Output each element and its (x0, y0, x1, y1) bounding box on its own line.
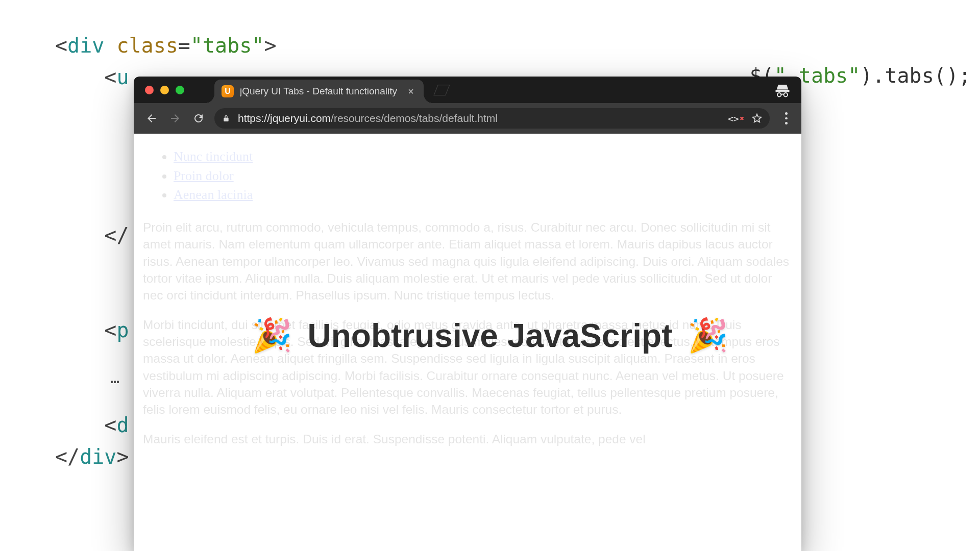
traffic-lights (134, 86, 184, 94)
tab-link[interactable]: Aenean lacinia (174, 187, 253, 202)
favicon: U (222, 85, 234, 97)
tabs-list: Nunc tinciduntProin dolorAenean lacinia (143, 147, 792, 205)
content-paragraph-3: Mauris eleifend est et turpis. Duis id e… (143, 431, 792, 447)
back-button[interactable] (144, 111, 159, 126)
background-ellipsis: … (110, 369, 119, 387)
browser-tab[interactable]: U jQuery UI Tabs - Default functionality… (214, 80, 424, 103)
tab-list-item: Aenean lacinia (174, 185, 792, 205)
browser-menu-button[interactable] (781, 112, 791, 124)
browser-window: U jQuery UI Tabs - Default functionality… (134, 77, 801, 551)
title-bar: U jQuery UI Tabs - Default functionality… (134, 77, 801, 103)
reload-button[interactable] (191, 111, 206, 126)
address-bar[interactable]: https://jqueryui.com/resources/demos/tab… (214, 108, 770, 129)
lock-icon (222, 114, 231, 123)
tab-title: jQuery UI Tabs - Default functionality (240, 86, 399, 97)
url-scheme: https:// (238, 112, 270, 124)
slide-caption: 🎉 Unobtrusive JavaScript 🎉 (252, 316, 729, 355)
tab-list-item: Proin dolor (174, 166, 792, 186)
bookmark-star-icon[interactable] (751, 113, 763, 124)
party-popper-emoji-icon: 🎉 (688, 316, 728, 355)
forward-button[interactable] (167, 111, 183, 126)
tab-list-item: Nunc tincidunt (174, 147, 792, 166)
caption-text: Unobtrusive JavaScript (308, 317, 673, 355)
content-paragraph-1: Proin elit arcu, rutrum commodo, vehicul… (143, 219, 792, 304)
tab-link[interactable]: Nunc tincidunt (174, 149, 253, 164)
url-host: jqueryui.com (270, 112, 331, 124)
toolbar: https://jqueryui.com/resources/demos/tab… (134, 103, 801, 134)
maximize-window-button[interactable] (176, 86, 184, 94)
close-window-button[interactable] (145, 86, 154, 94)
url-path: /resources/demos/tabs/default.html (331, 112, 498, 124)
url-text: https://jqueryui.com/resources/demos/tab… (238, 112, 717, 124)
incognito-icon (775, 83, 790, 98)
new-tab-outline-icon[interactable] (430, 84, 450, 96)
minimize-window-button[interactable] (160, 86, 169, 94)
party-popper-emoji-icon: 🎉 (252, 316, 292, 355)
devtools-extension-icon[interactable]: <>✖ (728, 113, 744, 124)
close-tab-icon[interactable]: × (405, 86, 416, 97)
tab-link[interactable]: Proin dolor (174, 168, 234, 183)
